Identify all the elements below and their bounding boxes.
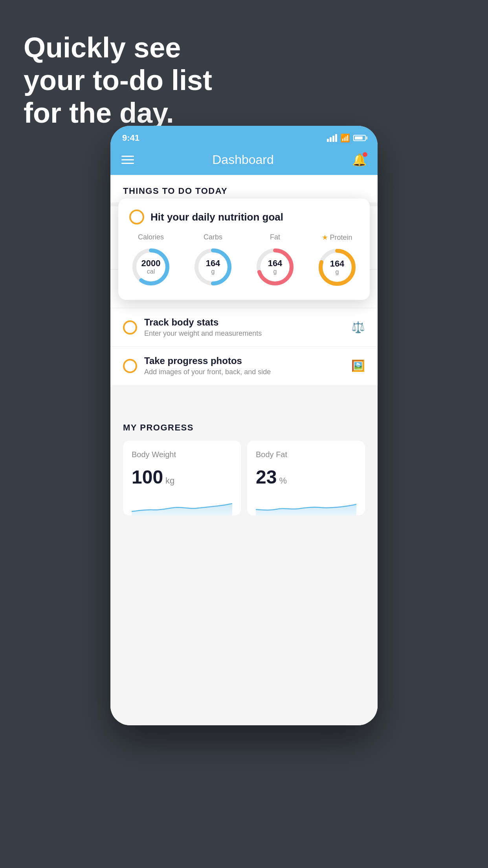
body-stats-subtitle: Enter your weight and measurements bbox=[144, 329, 344, 338]
phone-mockup: 9:41 📶 Dashboard 🔔 THINGS TO DO TOD bbox=[110, 126, 378, 725]
photos-title: Take progress photos bbox=[144, 355, 344, 366]
body-stats-action-icon: ⚖️ bbox=[351, 321, 365, 334]
hero-line3: for the day. bbox=[24, 97, 212, 129]
star-icon: ★ bbox=[322, 233, 328, 242]
card-checkbox[interactable] bbox=[129, 210, 144, 224]
body-weight-card[interactable]: Body Weight 100 kg bbox=[123, 441, 241, 515]
fat-donut: 164 g bbox=[253, 245, 297, 289]
todo-item-photos[interactable]: Take progress photos Add images of your … bbox=[110, 346, 378, 385]
card-title: Hit your daily nutrition goal bbox=[150, 211, 283, 223]
signal-icon bbox=[327, 134, 337, 142]
fat-label: Fat bbox=[270, 233, 280, 241]
body-stats-text: Track body stats Enter your weight and m… bbox=[144, 317, 344, 338]
status-time: 9:41 bbox=[122, 133, 139, 143]
nav-bar: Dashboard 🔔 bbox=[110, 147, 378, 175]
body-weight-value-row: 100 kg bbox=[132, 466, 232, 488]
hero-text: Quickly see your to-do list for the day. bbox=[24, 31, 212, 129]
calories-stat: Calories 2000 cal bbox=[129, 233, 172, 289]
status-icons: 📶 bbox=[327, 133, 366, 143]
carbs-donut: 164 g bbox=[191, 245, 235, 289]
progress-section: MY PROGRESS Body Weight 100 kg bbox=[110, 408, 378, 530]
body-stats-checkbox[interactable] bbox=[123, 320, 137, 335]
body-fat-value-row: 23 % bbox=[256, 466, 356, 488]
battery-icon bbox=[353, 135, 366, 141]
body-fat-title: Body Fat bbox=[256, 450, 356, 459]
protein-stat: ★ Protein 164 g bbox=[316, 233, 359, 289]
photos-action-icon: 🖼️ bbox=[351, 359, 365, 372]
notification-badge bbox=[363, 152, 367, 157]
carbs-label: Carbs bbox=[204, 233, 222, 241]
progress-header: MY PROGRESS bbox=[123, 423, 365, 433]
body-fat-card[interactable]: Body Fat 23 % bbox=[247, 441, 365, 515]
card-title-row: Hit your daily nutrition goal bbox=[129, 210, 359, 224]
body-weight-chart bbox=[132, 496, 232, 515]
body-weight-title: Body Weight bbox=[132, 450, 232, 459]
calories-donut: 2000 cal bbox=[129, 245, 172, 289]
photos-text: Take progress photos Add images of your … bbox=[144, 355, 344, 376]
calories-label: Calories bbox=[138, 233, 164, 241]
nav-title: Dashboard bbox=[212, 153, 274, 167]
hero-line1: Quickly see bbox=[24, 31, 212, 64]
circle-yellow-icon bbox=[123, 320, 137, 335]
protein-label: Protein bbox=[330, 234, 352, 242]
body-fat-value: 23 bbox=[256, 466, 277, 488]
body-stats-title: Track body stats bbox=[144, 317, 344, 328]
wifi-icon: 📶 bbox=[340, 133, 350, 143]
nutrition-stats: Calories 2000 cal bbox=[129, 233, 359, 289]
body-fat-unit: % bbox=[279, 476, 287, 486]
protein-donut: 164 g bbox=[316, 246, 359, 289]
progress-cards: Body Weight 100 kg bbox=[123, 441, 365, 515]
protein-label-row: ★ Protein bbox=[322, 233, 352, 242]
nutrition-card: Hit your daily nutrition goal Calories bbox=[118, 199, 370, 300]
photos-subtitle: Add images of your front, back, and side bbox=[144, 368, 344, 376]
body-weight-unit: kg bbox=[165, 476, 174, 486]
content-area: THINGS TO DO TODAY Hit your daily nutrit… bbox=[110, 175, 378, 725]
fat-stat: Fat 164 g bbox=[253, 233, 297, 289]
status-bar: 9:41 📶 bbox=[110, 126, 378, 147]
body-weight-value: 100 bbox=[132, 466, 163, 488]
photos-checkbox[interactable] bbox=[123, 359, 137, 373]
carbs-stat: Carbs 164 g bbox=[191, 233, 235, 289]
body-fat-chart bbox=[256, 496, 356, 515]
menu-button[interactable] bbox=[121, 156, 134, 164]
notification-button[interactable]: 🔔 bbox=[352, 153, 367, 167]
circle-yellow-icon-2 bbox=[123, 359, 137, 373]
todo-item-body-stats[interactable]: Track body stats Enter your weight and m… bbox=[110, 308, 378, 346]
hero-line2: your to-do list bbox=[24, 64, 212, 97]
